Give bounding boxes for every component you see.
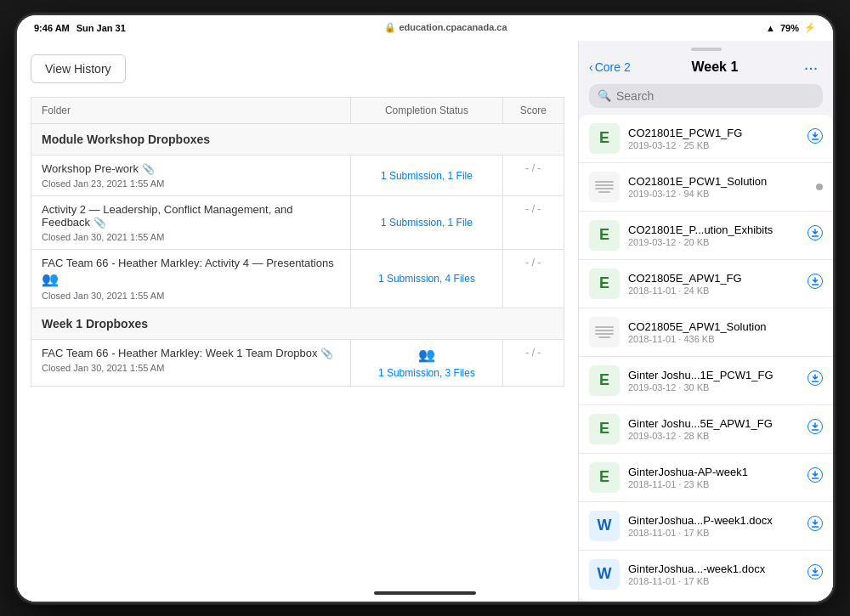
folder-name: Workshop Pre-work 📎 — [42, 162, 340, 175]
list-item[interactable]: CO21801E_PCW1_Solution 2019-03-12 · 94 K… — [579, 163, 833, 212]
file-meta: 2019-03-12 · 94 KB — [628, 189, 808, 199]
file-details: GinterJoshua-AP-week1 2018-11-01 · 23 KB — [628, 466, 799, 489]
score-header: Score — [502, 97, 564, 123]
submission-cell[interactable]: 1 Submission, 1 File — [351, 195, 502, 249]
folder-header: Folder — [31, 97, 351, 123]
list-item[interactable]: W GinterJoshua...P-week1.docx 2018-11-01… — [579, 502, 833, 551]
table-row: Activity 2 — Leadership, Conflict Manage… — [31, 195, 564, 249]
file-type-icon: W — [589, 511, 620, 541]
list-item[interactable]: CO21805E_APW1_Solution 2018-11-01 · 436 … — [579, 308, 833, 357]
download-button[interactable] — [808, 128, 823, 148]
list-item[interactable]: W GinterJoshua...-week1.docx 2018-11-01 … — [579, 551, 833, 598]
status-left: 9:46 AM Sun Jan 31 — [34, 23, 126, 33]
back-button[interactable]: ‹ Core 2 — [589, 60, 631, 74]
submission-link[interactable]: 1 Submission, 1 File — [381, 170, 473, 182]
list-item[interactable]: E GinterJoshua-AP-week1 2018-11-01 · 23 … — [579, 454, 833, 502]
download-button[interactable] — [808, 564, 823, 584]
table-row: FAC Team 66 - Heather Markley: Week 1 Te… — [31, 339, 564, 386]
attachment-icon: 📎 — [320, 348, 333, 359]
battery-percent: 79% — [780, 23, 799, 33]
submission-cell[interactable]: 1 Submission, 1 File — [351, 155, 502, 195]
submission-link[interactable]: 1 Submission, 1 File — [381, 217, 473, 229]
section-header-row: Module Workshop Dropboxes — [31, 123, 564, 155]
download-button[interactable] — [808, 419, 823, 438]
download-button[interactable] — [808, 467, 823, 487]
browser-url: 🔒 education.cpacanada.ca — [384, 22, 507, 33]
score-cell: - / - — [502, 195, 564, 249]
file-type-icon: E — [589, 462, 620, 493]
handle-bar — [691, 48, 722, 51]
status-bar: 9:46 AM Sun Jan 31 🔒 education.cpacanada… — [17, 15, 833, 41]
left-panel: View History Folder Completion Status Sc… — [17, 41, 578, 602]
file-details: CO21805E_APW1_Solution 2018-11-01 · 436 … — [628, 320, 823, 344]
back-label: Core 2 — [595, 60, 631, 74]
download-button[interactable] — [808, 370, 823, 390]
wifi-icon: ▲ — [766, 23, 775, 33]
download-button[interactable] — [808, 225, 823, 245]
folder-cell: FAC Team 66 - Heather Markley: Activity … — [31, 249, 351, 308]
file-name: CO21805E_APW1_Solution — [628, 320, 823, 333]
chevron-left-icon: ‹ — [589, 60, 593, 74]
submission-cell[interactable]: 👥1 Submission, 3 Files — [351, 339, 502, 386]
list-item[interactable]: E CO21805E_APW1_FG 2018-11-01 · 24 KB — [579, 260, 833, 308]
attachment-icon: 📎 — [94, 217, 106, 229]
submission-link[interactable]: 1 Submission, 3 Files — [378, 367, 475, 379]
file-details: Ginter Joshu...5E_APW1_FG 2019-03-12 · 2… — [628, 417, 799, 441]
download-button[interactable] — [808, 516, 823, 535]
file-type-icon — [589, 172, 620, 202]
ipad-frame: 9:46 AM Sun Jan 31 🔒 education.cpacanada… — [17, 15, 833, 602]
score-cell: - / - — [502, 339, 564, 386]
sheet-header: ‹ Core 2 Week 1 ··· — [579, 54, 833, 84]
file-meta: 2019-03-12 · 28 KB — [628, 431, 799, 441]
file-type-icon: E — [589, 365, 620, 396]
file-details: CO21801E_PCW1_Solution 2019-03-12 · 94 K… — [628, 175, 808, 199]
submission-link[interactable]: 1 Submission, 4 Files — [378, 273, 475, 285]
file-meta: 2019-03-12 · 20 KB — [628, 237, 799, 247]
list-item[interactable]: E Ginter Joshu...5E_APW1_FG 2019-03-12 ·… — [579, 405, 833, 454]
download-button[interactable] — [808, 274, 823, 293]
list-item[interactable]: E Ginter Joshu...1E_PCW1_FG 2019-03-12 ·… — [579, 357, 833, 405]
web-content: View History Folder Completion Status Sc… — [17, 41, 578, 602]
score-cell: - / - — [502, 249, 564, 308]
battery-icon: ⚡ — [804, 22, 816, 33]
file-meta: 2019-03-12 · 30 KB — [628, 382, 799, 393]
file-type-icon: E — [589, 268, 620, 299]
file-details: GinterJoshua...P-week1.docx 2018-11-01 ·… — [628, 514, 799, 538]
main-area: View History Folder Completion Status Sc… — [17, 41, 833, 602]
group-icon: 👥 — [361, 347, 491, 363]
file-details: CO21801E_PCW1_FG 2019-03-12 · 25 KB — [628, 127, 799, 150]
file-name: CO21801E_PCW1_FG — [628, 127, 799, 139]
folder-cell: FAC Team 66 - Heather Markley: Week 1 Te… — [31, 339, 351, 386]
submission-cell[interactable]: 1 Submission, 4 Files — [351, 249, 502, 308]
file-type-icon: E — [589, 220, 620, 251]
file-name: CO21805E_APW1_FG — [628, 272, 799, 285]
file-name: CO21801E_PCW1_Solution — [628, 175, 808, 188]
folder-name: FAC Team 66 - Heather Markley: Week 1 Te… — [42, 347, 340, 359]
file-type-icon: E — [589, 123, 620, 154]
status-right: ▲ 79% ⚡ — [766, 22, 816, 33]
data-table: Folder Completion Status Score Module Wo… — [31, 97, 564, 387]
search-icon: 🔍 — [598, 89, 611, 102]
list-item[interactable]: E CO21801E_P...ution_Exhibits 2019-03-12… — [579, 212, 833, 260]
list-item[interactable]: E CO21801E_PCW1_FG 2019-03-12 · 25 KB — [579, 115, 833, 163]
score-cell: - / - — [502, 155, 564, 195]
file-name: GinterJoshua...-week1.docx — [628, 562, 799, 575]
file-meta: 2018-11-01 · 23 KB — [628, 479, 799, 489]
search-input[interactable] — [616, 89, 814, 103]
section-header-row: Week 1 Dropboxes — [31, 308, 564, 339]
view-history-button[interactable]: View History — [31, 54, 126, 83]
file-name: GinterJoshua...P-week1.docx — [628, 514, 799, 527]
folder-cell: Workshop Pre-work 📎Closed Jan 23, 2021 1… — [31, 155, 351, 195]
file-details: GinterJoshua...-week1.docx 2018-11-01 · … — [628, 562, 799, 586]
group-icon: 👥 — [42, 272, 59, 286]
file-name: Ginter Joshu...1E_PCW1_FG — [628, 369, 799, 381]
more-options-button[interactable]: ··· — [799, 58, 823, 77]
table-row: Workshop Pre-work 📎Closed Jan 23, 2021 1… — [31, 155, 564, 195]
file-meta: 2018-11-01 · 436 KB — [628, 334, 823, 344]
table-row: FAC Team 66 - Heather Markley: Activity … — [31, 249, 564, 308]
file-details: CO21805E_APW1_FG 2018-11-01 · 24 KB — [628, 272, 799, 296]
closed-date: Closed Jan 23, 2021 1:55 AM — [42, 178, 340, 189]
file-meta: 2018-11-01 · 24 KB — [628, 285, 799, 296]
home-indicator — [374, 591, 476, 595]
file-details: Ginter Joshu...1E_PCW1_FG 2019-03-12 · 3… — [628, 369, 799, 393]
